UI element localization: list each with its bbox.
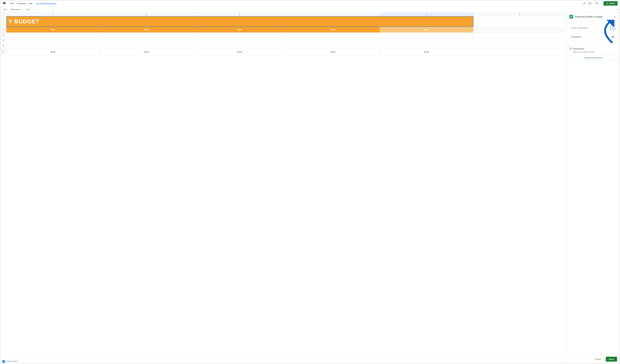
permissions-section: Permissions Only you can edit this range… <box>569 45 617 62</box>
data-cell-5-K[interactable] <box>473 43 567 49</box>
separator-line <box>569 43 617 43</box>
range-row <box>569 33 617 41</box>
permissions-title: Permissions <box>573 48 584 50</box>
number-format-btn[interactable]: 123 ▼ <box>2 8 9 11</box>
data-cell-3-J[interactable] <box>380 33 473 38</box>
panel-title-text: Protected sheets & ranges <box>575 15 603 18</box>
watermark-text: TEMPLATE.NET <box>6 361 17 363</box>
spreadsheet-content: 1 Y BUDGET 2 Mar April May June July <box>0 16 567 359</box>
data-row-4: 4 <box>0 38 567 43</box>
month-cell-june[interactable]: June <box>286 27 380 33</box>
month-cell-mar[interactable]: Mar <box>6 27 100 33</box>
sheets-icon <box>569 15 573 19</box>
month-cell-may[interactable]: May <box>193 27 286 33</box>
data-cell-4-G[interactable] <box>100 38 193 43</box>
money-cell-F[interactable]: $0.00 <box>6 49 100 55</box>
data-cell-4-J[interactable] <box>380 38 473 43</box>
data-cell-4-I[interactable] <box>286 38 380 43</box>
font-size-btn[interactable]: 30 ▼ <box>26 8 31 11</box>
money-cell-K[interactable] <box>473 49 567 55</box>
col-header-K[interactable]: K <box>473 13 567 16</box>
cancel-button[interactable]: Cancel <box>591 357 604 362</box>
share-button[interactable]: Share <box>604 1 618 6</box>
data-cell-3-F[interactable] <box>6 33 100 38</box>
month-cell-july[interactable]: July <box>380 27 473 33</box>
money-row: 6 $0.00 $0.00 $0.00 $0.00 $0.00 <box>0 49 567 55</box>
row-num-5: 5 <box>0 43 6 49</box>
panel-close-button[interactable]: × <box>613 15 617 19</box>
column-headers: F G H I J K <box>0 13 567 16</box>
range-input[interactable] <box>571 36 610 38</box>
select-range-button[interactable] <box>611 35 615 39</box>
change-permissions-button[interactable]: Change permissions <box>569 55 617 60</box>
spreadsheet-area: F G H I J K 1 Y BUDGET <box>0 13 567 364</box>
data-cell-4-K[interactable] <box>473 38 567 43</box>
data-cell-5-I[interactable] <box>286 43 380 49</box>
data-cell-5-F[interactable] <box>6 43 100 49</box>
panel-title-area: Protected sheets & ranges <box>569 15 603 19</box>
money-cell-G[interactable]: $0.00 <box>100 49 193 55</box>
data-cell-5-H[interactable] <box>193 43 286 49</box>
grid-icon <box>612 36 614 38</box>
money-cell-H[interactable]: $0.00 <box>193 49 286 55</box>
side-panel: Protected sheets & ranges × <box>567 13 620 364</box>
delete-button[interactable] <box>610 25 615 30</box>
more-options-btn[interactable]: ··· <box>35 8 39 11</box>
trash-icon <box>611 26 614 29</box>
data-cell-5-G[interactable] <box>100 43 193 49</box>
money-cell-J[interactable]: $0.00 <box>380 49 473 55</box>
data-cell-4-H[interactable] <box>193 38 286 43</box>
toolbar-separator-2 <box>33 8 33 11</box>
description-input[interactable] <box>571 27 609 29</box>
col-header-F[interactable]: F <box>6 13 100 16</box>
top-bar-right: Share <box>582 1 618 6</box>
comment-icon-btn[interactable] <box>588 1 592 6</box>
panel-footer: Cancel Done <box>567 354 620 364</box>
menu-item-help[interactable]: Help <box>28 2 33 5</box>
templatenet-logo: T <box>2 360 5 363</box>
row-num-3: 3 <box>0 33 6 38</box>
font-dropdown-icon: ▼ <box>20 9 21 10</box>
menu-item-tools[interactable]: Tools <box>9 2 15 5</box>
col-header-J[interactable]: J <box>380 13 473 16</box>
budget-cell-K[interactable] <box>474 16 567 27</box>
col-header-G[interactable]: G <box>100 13 193 16</box>
data-cell-4-F[interactable] <box>6 38 100 43</box>
row-num-col-header <box>0 13 6 16</box>
data-cell-3-G[interactable] <box>100 33 193 38</box>
data-cell-3-H[interactable] <box>193 33 286 38</box>
budget-title-cell[interactable]: Y BUDGET <box>6 16 474 27</box>
month-cell-april[interactable]: April <box>100 27 193 33</box>
done-button[interactable]: Done <box>606 357 617 362</box>
toolbar: 123 ▼ Open Sans ▼ 30 ▼ ··· ∧ <box>0 7 620 13</box>
data-row-3: 3 <box>0 33 567 38</box>
col-header-I[interactable]: I <box>286 13 380 16</box>
main-area: F G H I J K 1 Y BUDGET <box>0 13 620 364</box>
svg-rect-7 <box>570 16 572 17</box>
svg-rect-10 <box>612 36 613 37</box>
menu-bar: Tools Extensions Help <box>9 2 33 5</box>
top-bar: Tools Extensions Help Last edit was seco… <box>0 0 620 7</box>
month-cell-empty <box>473 27 567 33</box>
font-btn[interactable]: Open Sans ▼ <box>10 8 22 11</box>
dropdown-arrow-icon: ▼ <box>6 9 8 10</box>
watermark-bar: T TEMPLATE.NET <box>0 359 567 364</box>
panel-body: Permissions Only you can edit this range… <box>567 21 620 354</box>
trending-icon-btn[interactable] <box>582 1 587 6</box>
description-row <box>569 24 617 32</box>
budget-title-text: Y BUDGET <box>9 18 39 25</box>
data-cell-5-J[interactable] <box>380 43 473 49</box>
data-cell-3-I[interactable] <box>286 33 380 38</box>
permissions-header: Permissions <box>569 47 617 50</box>
svg-rect-11 <box>613 36 614 37</box>
data-cell-3-K[interactable] <box>473 33 567 38</box>
publish-button[interactable] <box>593 1 603 6</box>
close-icon: × <box>614 15 616 18</box>
svg-rect-1 <box>606 3 608 4</box>
menu-item-extensions[interactable]: Extensions <box>16 2 27 5</box>
money-cell-I[interactable]: $0.00 <box>286 49 380 55</box>
col-header-H[interactable]: H <box>193 13 286 16</box>
svg-rect-13 <box>613 37 614 38</box>
svg-rect-14 <box>570 48 572 49</box>
svg-rect-12 <box>612 37 613 38</box>
